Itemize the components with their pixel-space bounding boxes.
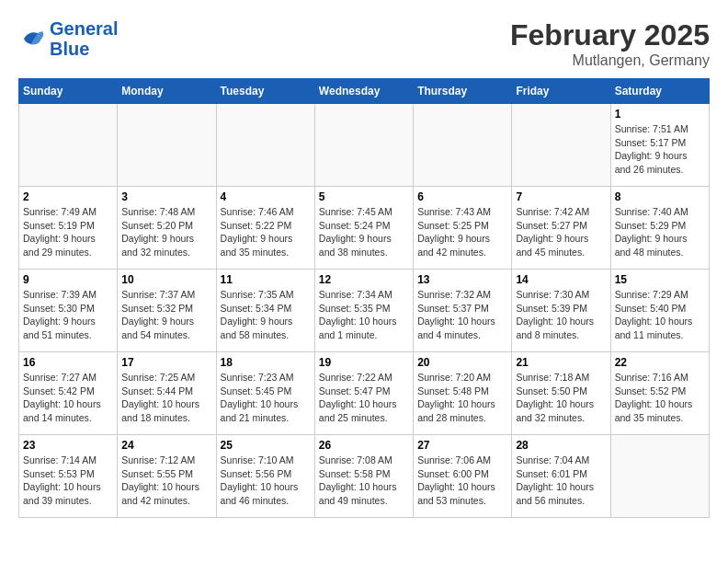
day-info: Sunrise: 7:16 AM Sunset: 5:52 PM Dayligh… — [615, 371, 705, 425]
day-info: Sunrise: 7:37 AM Sunset: 5:32 PM Dayligh… — [121, 288, 211, 342]
day-info: Sunrise: 7:42 AM Sunset: 5:27 PM Dayligh… — [516, 205, 606, 259]
logo-text: GeneralBlue — [50, 18, 118, 59]
day-cell: 10Sunrise: 7:37 AM Sunset: 5:32 PM Dayli… — [118, 270, 216, 352]
logo: GeneralBlue — [18, 18, 118, 59]
day-cell: 28Sunrise: 7:04 AM Sunset: 6:01 PM Dayli… — [512, 435, 610, 518]
day-number: 22 — [615, 356, 705, 369]
day-number: 20 — [417, 356, 507, 369]
day-info: Sunrise: 7:10 AM Sunset: 5:56 PM Dayligh… — [221, 454, 311, 508]
day-cell — [19, 104, 118, 187]
day-info: Sunrise: 7:06 AM Sunset: 6:00 PM Dayligh… — [417, 454, 507, 508]
day-info: Sunrise: 7:46 AM Sunset: 5:22 PM Dayligh… — [221, 205, 311, 259]
day-cell — [216, 104, 314, 187]
day-number: 23 — [23, 439, 113, 452]
day-cell: 2Sunrise: 7:49 AM Sunset: 5:19 PM Daylig… — [19, 187, 118, 270]
day-cell — [314, 104, 413, 187]
day-cell: 5Sunrise: 7:45 AM Sunset: 5:24 PM Daylig… — [314, 187, 413, 270]
day-cell — [610, 435, 709, 518]
day-info: Sunrise: 7:08 AM Sunset: 5:58 PM Dayligh… — [319, 454, 409, 508]
weekday-friday: Friday — [512, 79, 610, 104]
day-info: Sunrise: 7:04 AM Sunset: 6:01 PM Dayligh… — [516, 454, 606, 508]
day-number: 15 — [615, 273, 705, 286]
day-info: Sunrise: 7:22 AM Sunset: 5:47 PM Dayligh… — [319, 371, 409, 425]
week-row-3: 9Sunrise: 7:39 AM Sunset: 5:30 PM Daylig… — [19, 270, 710, 352]
day-number: 18 — [221, 356, 311, 369]
logo-icon — [18, 25, 46, 52]
weekday-saturday: Saturday — [610, 79, 709, 104]
day-info: Sunrise: 7:12 AM Sunset: 5:55 PM Dayligh… — [121, 454, 211, 508]
day-info: Sunrise: 7:48 AM Sunset: 5:20 PM Dayligh… — [121, 205, 211, 259]
day-info: Sunrise: 7:39 AM Sunset: 5:30 PM Dayligh… — [23, 288, 113, 342]
day-cell: 22Sunrise: 7:16 AM Sunset: 5:52 PM Dayli… — [610, 352, 709, 435]
day-info: Sunrise: 7:43 AM Sunset: 5:25 PM Dayligh… — [417, 205, 507, 259]
day-cell: 16Sunrise: 7:27 AM Sunset: 5:42 PM Dayli… — [19, 352, 118, 435]
day-cell: 12Sunrise: 7:34 AM Sunset: 5:35 PM Dayli… — [314, 270, 413, 352]
day-cell: 4Sunrise: 7:46 AM Sunset: 5:22 PM Daylig… — [216, 187, 314, 270]
day-info: Sunrise: 7:20 AM Sunset: 5:48 PM Dayligh… — [417, 371, 507, 425]
day-number: 6 — [417, 190, 507, 203]
day-info: Sunrise: 7:32 AM Sunset: 5:37 PM Dayligh… — [417, 288, 507, 342]
location: Mutlangen, Germany — [510, 52, 710, 69]
weekday-thursday: Thursday — [414, 79, 512, 104]
day-cell — [118, 104, 216, 187]
day-info: Sunrise: 7:45 AM Sunset: 5:24 PM Dayligh… — [319, 205, 409, 259]
day-info: Sunrise: 7:29 AM Sunset: 5:40 PM Dayligh… — [615, 288, 705, 342]
week-row-2: 2Sunrise: 7:49 AM Sunset: 5:19 PM Daylig… — [19, 187, 710, 270]
day-info: Sunrise: 7:25 AM Sunset: 5:44 PM Dayligh… — [121, 371, 211, 425]
day-cell: 14Sunrise: 7:30 AM Sunset: 5:39 PM Dayli… — [512, 270, 610, 352]
title-block: February 2025 Mutlangen, Germany — [510, 18, 710, 69]
day-number: 10 — [121, 273, 211, 286]
day-cell: 20Sunrise: 7:20 AM Sunset: 5:48 PM Dayli… — [414, 352, 512, 435]
day-number: 11 — [221, 273, 311, 286]
day-number: 3 — [121, 190, 211, 203]
week-row-4: 16Sunrise: 7:27 AM Sunset: 5:42 PM Dayli… — [19, 352, 710, 435]
day-number: 9 — [23, 273, 113, 286]
day-number: 21 — [516, 356, 606, 369]
day-number: 7 — [516, 190, 606, 203]
day-cell: 1Sunrise: 7:51 AM Sunset: 5:17 PM Daylig… — [610, 104, 709, 187]
day-cell: 8Sunrise: 7:40 AM Sunset: 5:29 PM Daylig… — [610, 187, 709, 270]
day-number: 27 — [417, 439, 507, 452]
day-cell: 9Sunrise: 7:39 AM Sunset: 5:30 PM Daylig… — [19, 270, 118, 352]
weekday-tuesday: Tuesday — [216, 79, 314, 104]
day-info: Sunrise: 7:14 AM Sunset: 5:53 PM Dayligh… — [23, 454, 113, 508]
month-title: February 2025 — [510, 18, 710, 52]
day-cell: 24Sunrise: 7:12 AM Sunset: 5:55 PM Dayli… — [118, 435, 216, 518]
calendar-table: SundayMondayTuesdayWednesdayThursdayFrid… — [18, 78, 710, 518]
weekday-monday: Monday — [118, 79, 216, 104]
day-number: 24 — [121, 439, 211, 452]
day-number: 19 — [319, 356, 409, 369]
day-number: 5 — [319, 190, 409, 203]
day-number: 2 — [23, 190, 113, 203]
weekday-header-row: SundayMondayTuesdayWednesdayThursdayFrid… — [19, 79, 710, 104]
weekday-sunday: Sunday — [19, 79, 118, 104]
week-row-1: 1Sunrise: 7:51 AM Sunset: 5:17 PM Daylig… — [19, 104, 710, 187]
day-number: 16 — [23, 356, 113, 369]
week-row-5: 23Sunrise: 7:14 AM Sunset: 5:53 PM Dayli… — [19, 435, 710, 518]
day-cell — [512, 104, 610, 187]
day-number: 14 — [516, 273, 606, 286]
day-cell: 7Sunrise: 7:42 AM Sunset: 5:27 PM Daylig… — [512, 187, 610, 270]
day-number: 17 — [121, 356, 211, 369]
day-cell: 21Sunrise: 7:18 AM Sunset: 5:50 PM Dayli… — [512, 352, 610, 435]
day-info: Sunrise: 7:40 AM Sunset: 5:29 PM Dayligh… — [615, 205, 705, 259]
day-cell: 17Sunrise: 7:25 AM Sunset: 5:44 PM Dayli… — [118, 352, 216, 435]
day-cell: 6Sunrise: 7:43 AM Sunset: 5:25 PM Daylig… — [414, 187, 512, 270]
day-cell: 27Sunrise: 7:06 AM Sunset: 6:00 PM Dayli… — [414, 435, 512, 518]
day-info: Sunrise: 7:27 AM Sunset: 5:42 PM Dayligh… — [23, 371, 113, 425]
day-cell — [414, 104, 512, 187]
day-cell: 13Sunrise: 7:32 AM Sunset: 5:37 PM Dayli… — [414, 270, 512, 352]
day-number: 26 — [319, 439, 409, 452]
day-info: Sunrise: 7:30 AM Sunset: 5:39 PM Dayligh… — [516, 288, 606, 342]
day-info: Sunrise: 7:34 AM Sunset: 5:35 PM Dayligh… — [319, 288, 409, 342]
weekday-wednesday: Wednesday — [314, 79, 413, 104]
day-cell: 18Sunrise: 7:23 AM Sunset: 5:45 PM Dayli… — [216, 352, 314, 435]
day-cell: 3Sunrise: 7:48 AM Sunset: 5:20 PM Daylig… — [118, 187, 216, 270]
day-info: Sunrise: 7:23 AM Sunset: 5:45 PM Dayligh… — [221, 371, 311, 425]
day-number: 1 — [615, 108, 705, 121]
day-info: Sunrise: 7:49 AM Sunset: 5:19 PM Dayligh… — [23, 205, 113, 259]
day-info: Sunrise: 7:51 AM Sunset: 5:17 PM Dayligh… — [615, 122, 705, 177]
day-info: Sunrise: 7:35 AM Sunset: 5:34 PM Dayligh… — [221, 288, 311, 342]
day-cell: 25Sunrise: 7:10 AM Sunset: 5:56 PM Dayli… — [216, 435, 314, 518]
day-number: 13 — [417, 273, 507, 286]
